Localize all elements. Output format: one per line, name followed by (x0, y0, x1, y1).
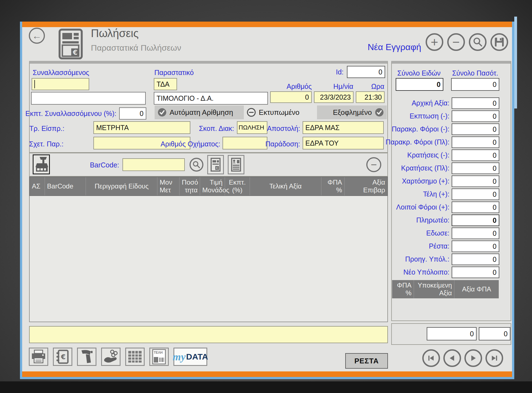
payment-method-label: Τρ. Είσπρ.: (29, 125, 64, 133)
id-input[interactable]: 0 (347, 66, 385, 78)
total-items-header: Σύνολο Ειδών (397, 69, 441, 77)
col-header-barcode: BarCode (45, 177, 86, 195)
col-header-description: Περιγραφή Είδους (86, 177, 157, 195)
check-circle-icon (375, 108, 384, 117)
totals-field-withheld-plus[interactable]: 0 (452, 136, 499, 148)
totals-field-gave[interactable]: 0 (452, 227, 499, 239)
scanner-button[interactable] (77, 348, 96, 366)
change-button[interactable]: ΡΕΣΤΑ (345, 353, 388, 369)
cash-register-button[interactable] (33, 154, 50, 174)
items-grid-body (29, 196, 388, 322)
payment-method-input[interactable]: ΜΕΤΡΗΤΑ (93, 121, 190, 134)
document-code-value: ΤΔΑ (157, 80, 170, 88)
grid-icon (127, 350, 142, 363)
related-doc-label: Σχετ. Παρ.: (29, 140, 63, 148)
document-code-input[interactable]: ΤΔΑ (154, 78, 177, 90)
id-value: 0 (378, 68, 382, 76)
totals-field-new-balance[interactable]: 0 (452, 267, 499, 278)
window-top-bar (22, 22, 512, 27)
total-items-field[interactable]: 0 (396, 78, 443, 91)
svg-text:ΤΕΛΗ: ΤΕΛΗ (154, 351, 163, 355)
nav-prev-button[interactable] (443, 349, 461, 367)
shipping-input[interactable]: ΕΔΡΑ ΜΑΣ (303, 121, 384, 134)
desktop-bottom-band (0, 381, 532, 393)
paid-label: Εξοφλημένο (333, 108, 372, 117)
purpose-input[interactable]: ΠΩΛΗΣΗ (237, 121, 267, 134)
auto-numbering-toggle[interactable]: Αυτόματη Αρίθμηση (155, 105, 244, 119)
totals-label-withheld-minus: Παρακρ. Φόροι (-): (392, 125, 449, 133)
col-header-final-value: Τελική Αξία (250, 177, 321, 195)
col-header-as: ΑΣ (30, 177, 45, 195)
counterparty-discount-input[interactable]: 0 (119, 107, 146, 120)
save-record-button[interactable] (490, 33, 508, 51)
vat-footer-vat-value: 0 (504, 330, 508, 338)
nav-last-button[interactable] (485, 349, 503, 367)
totals-field-deductions-plus[interactable]: 0 (452, 162, 499, 174)
totals-field-prev-balance[interactable]: 0 (452, 254, 499, 265)
page-title: Πωλήσεις (91, 27, 139, 40)
totals-field-other-taxes[interactable]: 0 (452, 201, 499, 213)
totals-label-fees: Τέλη (+): (423, 190, 449, 198)
counterparty-label: Συναλλασσόμενος (33, 69, 89, 77)
totals-field-discount[interactable]: 0 (452, 110, 499, 122)
totals-field-fees[interactable]: 0 (452, 188, 499, 200)
grid-view-button[interactable] (125, 348, 145, 366)
page-subtitle: Παραστατικά Πωλήσεων (91, 43, 181, 53)
counterparty-code-input[interactable] (32, 78, 89, 90)
svg-text:€: € (61, 353, 66, 361)
back-button[interactable]: ← (29, 28, 45, 44)
time-input[interactable]: 21:30 (356, 91, 385, 103)
vat-footer-vat-field[interactable]: 0 (479, 327, 510, 340)
document-name-input[interactable]: ΤΙΜΟΛΟΓΙΟ - Δ.Α. (154, 92, 268, 105)
delivery-input[interactable]: ΕΔΡΑ ΤΟΥ (303, 137, 384, 149)
counterparty-name-input[interactable] (31, 92, 146, 105)
totals-label-deductions-plus: Κρατήσεις (Πλ): (401, 164, 449, 172)
plus-icon: + (431, 36, 438, 48)
mydata-button[interactable]: myDATA (173, 348, 207, 366)
number-input[interactable]: 0 (270, 91, 312, 103)
vat-footer-net-field[interactable]: 0 (427, 327, 477, 340)
time-label: Ωρα (371, 82, 384, 91)
printed-toggle[interactable]: Εκτυπωμένο (247, 105, 300, 119)
paid-toggle[interactable]: Εξοφλημένο (317, 105, 387, 119)
search-record-button[interactable] (469, 33, 487, 51)
payment-method-value: ΜΕΤΡΗΤΑ (96, 124, 129, 132)
vat-grid-header: ΦΠΑ% ΥποκείμενηΑξία Αξία ΦΠΑ (392, 280, 499, 298)
total-qty-field[interactable]: 0 (451, 78, 499, 91)
delete-record-button[interactable]: − (447, 33, 465, 51)
cash-register-icon (34, 156, 48, 173)
cash-book-button[interactable]: € (53, 348, 72, 366)
item-receipt-button[interactable]: € (207, 155, 224, 174)
fees-button[interactable]: ΤΕΛΗ (149, 348, 169, 366)
item-invoice-button[interactable] (228, 155, 244, 174)
total-qty-header: Σύνολο Πασότ. (452, 69, 498, 77)
desktop: ← € Πωλήσεις Παραστατικά Πωλήσεων Νέα Εγ… (0, 0, 532, 393)
date-input[interactable]: 23/3/2023 (314, 91, 354, 103)
add-record-button[interactable]: + (426, 33, 443, 51)
totals-field-deductions-minus[interactable]: 0 (452, 149, 499, 161)
totals-field-change[interactable]: 0 (452, 241, 499, 252)
vat-footer-net-value: 0 (470, 330, 474, 338)
print-button[interactable] (29, 348, 48, 366)
barcode-input[interactable] (122, 158, 185, 171)
totals-label-gave: Εδωσε: (426, 229, 449, 237)
search-icon (472, 37, 483, 47)
nav-next-button[interactable] (464, 349, 482, 367)
payment-button[interactable] (101, 348, 121, 366)
receipt-icon: € (210, 157, 221, 172)
remove-line-button[interactable]: − (366, 157, 381, 172)
nav-first-button[interactable] (422, 349, 440, 367)
nav-prev-icon (448, 354, 456, 362)
document-type-label: Παραστατικό (154, 69, 194, 77)
barcode-search-button[interactable] (190, 158, 203, 172)
totals-field-initial-value[interactable]: 0 (452, 97, 499, 109)
col-header-quantity: Ποσότητα (179, 177, 200, 195)
totals-field-withheld-minus[interactable]: 0 (452, 123, 499, 135)
totals-label-new-balance: Νέο Υπόλοιπο: (403, 268, 449, 276)
totals-field-stamp-duty[interactable]: 0 (452, 175, 499, 187)
number-value: 0 (305, 93, 309, 101)
time-value: 21:30 (364, 93, 382, 101)
totals-field-payable[interactable]: 0 (452, 214, 499, 226)
background-window-edge (514, 17, 517, 108)
vehicle-number-input[interactable] (222, 137, 267, 149)
